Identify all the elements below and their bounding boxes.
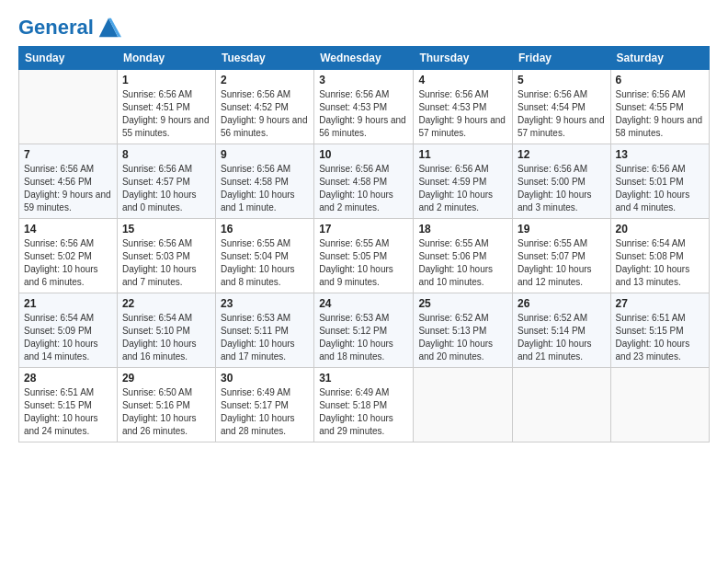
calendar-cell: 23Sunrise: 6:53 AMSunset: 5:11 PMDayligh…: [215, 293, 313, 368]
header: General: [18, 15, 710, 37]
day-number: 29: [122, 372, 210, 385]
day-header-saturday: Saturday: [610, 47, 709, 70]
day-number: 28: [24, 372, 112, 385]
calendar-week-row: 28Sunrise: 6:51 AMSunset: 5:15 PMDayligh…: [19, 368, 710, 442]
calendar-cell: 19Sunrise: 6:55 AMSunset: 5:07 PMDayligh…: [512, 219, 610, 293]
day-number: 21: [24, 297, 112, 310]
day-header-friday: Friday: [512, 47, 610, 70]
calendar-cell: [610, 368, 709, 442]
day-header-thursday: Thursday: [414, 47, 513, 70]
day-info: Sunrise: 6:56 AMSunset: 4:52 PMDaylight:…: [221, 88, 309, 140]
calendar-cell: 5Sunrise: 6:56 AMSunset: 4:54 PMDaylight…: [512, 70, 610, 144]
day-info: Sunrise: 6:56 AMSunset: 4:51 PMDaylight:…: [122, 88, 210, 140]
day-info: Sunrise: 6:54 AMSunset: 5:08 PMDaylight:…: [616, 237, 704, 289]
day-info: Sunrise: 6:56 AMSunset: 5:01 PMDaylight:…: [616, 163, 704, 214]
day-number: 13: [616, 148, 704, 161]
calendar-cell: 28Sunrise: 6:51 AMSunset: 5:15 PMDayligh…: [19, 368, 118, 442]
calendar-cell: 29Sunrise: 6:50 AMSunset: 5:16 PMDayligh…: [117, 368, 215, 442]
day-info: Sunrise: 6:53 AMSunset: 5:11 PMDaylight:…: [221, 312, 309, 363]
calendar-cell: [512, 368, 610, 442]
calendar-cell: 31Sunrise: 6:49 AMSunset: 5:18 PMDayligh…: [314, 368, 414, 442]
logo-icon: [96, 15, 121, 40]
logo: General: [18, 15, 121, 37]
day-info: Sunrise: 6:56 AMSunset: 4:57 PMDaylight:…: [122, 163, 210, 214]
day-info: Sunrise: 6:56 AMSunset: 5:00 PMDaylight:…: [518, 163, 606, 214]
calendar-cell: 21Sunrise: 6:54 AMSunset: 5:09 PMDayligh…: [19, 293, 118, 368]
calendar-cell: 12Sunrise: 6:56 AMSunset: 5:00 PMDayligh…: [512, 144, 610, 219]
day-number: 19: [518, 223, 606, 236]
day-info: Sunrise: 6:56 AMSunset: 5:03 PMDaylight:…: [122, 237, 210, 289]
day-number: 17: [319, 223, 408, 236]
day-number: 15: [122, 223, 210, 236]
day-info: Sunrise: 6:50 AMSunset: 5:16 PMDaylight:…: [122, 386, 210, 438]
day-number: 12: [518, 148, 606, 161]
calendar-table: SundayMondayTuesdayWednesdayThursdayFrid…: [18, 46, 710, 442]
calendar-cell: 18Sunrise: 6:55 AMSunset: 5:06 PMDayligh…: [414, 219, 513, 293]
calendar-cell: 1Sunrise: 6:56 AMSunset: 4:51 PMDaylight…: [117, 70, 215, 144]
calendar-cell: 13Sunrise: 6:56 AMSunset: 5:01 PMDayligh…: [610, 144, 709, 219]
calendar-cell: 14Sunrise: 6:56 AMSunset: 5:02 PMDayligh…: [19, 219, 118, 293]
calendar-cell: 4Sunrise: 6:56 AMSunset: 4:53 PMDaylight…: [414, 70, 513, 144]
day-number: 3: [319, 74, 408, 86]
day-info: Sunrise: 6:51 AMSunset: 5:15 PMDaylight:…: [24, 386, 112, 438]
day-number: 7: [24, 148, 112, 161]
day-number: 10: [319, 148, 408, 161]
day-number: 1: [122, 74, 210, 86]
day-number: 18: [418, 223, 507, 236]
calendar-cell: 3Sunrise: 6:56 AMSunset: 4:53 PMDaylight…: [314, 70, 414, 144]
day-info: Sunrise: 6:56 AMSunset: 4:56 PMDaylight:…: [24, 163, 112, 214]
day-header-tuesday: Tuesday: [215, 47, 313, 70]
calendar-cell: 11Sunrise: 6:56 AMSunset: 4:59 PMDayligh…: [414, 144, 513, 219]
calendar-cell: 27Sunrise: 6:51 AMSunset: 5:15 PMDayligh…: [610, 293, 709, 368]
calendar-week-row: 21Sunrise: 6:54 AMSunset: 5:09 PMDayligh…: [19, 293, 710, 368]
day-info: Sunrise: 6:54 AMSunset: 5:09 PMDaylight:…: [24, 312, 112, 363]
day-number: 24: [319, 297, 408, 310]
day-number: 27: [616, 297, 704, 310]
day-info: Sunrise: 6:56 AMSunset: 4:53 PMDaylight:…: [319, 88, 408, 140]
day-info: Sunrise: 6:56 AMSunset: 4:58 PMDaylight:…: [221, 163, 309, 214]
calendar-cell: 24Sunrise: 6:53 AMSunset: 5:12 PMDayligh…: [314, 293, 414, 368]
day-header-sunday: Sunday: [19, 47, 118, 70]
day-info: Sunrise: 6:53 AMSunset: 5:12 PMDaylight:…: [319, 312, 408, 363]
calendar-week-row: 1Sunrise: 6:56 AMSunset: 4:51 PMDaylight…: [19, 70, 710, 144]
day-info: Sunrise: 6:56 AMSunset: 4:58 PMDaylight:…: [319, 163, 408, 214]
day-number: 9: [221, 148, 309, 161]
day-header-monday: Monday: [117, 47, 215, 70]
day-number: 14: [24, 223, 112, 236]
calendar-page: General SundayMondayTuesdayWednesdayThur…: [0, 0, 728, 563]
calendar-week-row: 7Sunrise: 6:56 AMSunset: 4:56 PMDaylight…: [19, 144, 710, 219]
day-info: Sunrise: 6:55 AMSunset: 5:06 PMDaylight:…: [418, 237, 507, 289]
day-info: Sunrise: 6:52 AMSunset: 5:13 PMDaylight:…: [418, 312, 507, 363]
calendar-cell: 20Sunrise: 6:54 AMSunset: 5:08 PMDayligh…: [610, 219, 709, 293]
day-number: 23: [221, 297, 309, 310]
logo-text: General: [18, 17, 94, 39]
day-info: Sunrise: 6:56 AMSunset: 5:02 PMDaylight:…: [24, 237, 112, 289]
day-info: Sunrise: 6:49 AMSunset: 5:18 PMDaylight:…: [319, 386, 408, 438]
calendar-cell: 17Sunrise: 6:55 AMSunset: 5:05 PMDayligh…: [314, 219, 414, 293]
calendar-cell: 30Sunrise: 6:49 AMSunset: 5:17 PMDayligh…: [215, 368, 313, 442]
calendar-cell: 15Sunrise: 6:56 AMSunset: 5:03 PMDayligh…: [117, 219, 215, 293]
day-info: Sunrise: 6:55 AMSunset: 5:04 PMDaylight:…: [221, 237, 309, 289]
calendar-cell: 9Sunrise: 6:56 AMSunset: 4:58 PMDaylight…: [215, 144, 313, 219]
day-number: 31: [319, 372, 408, 385]
calendar-cell: 16Sunrise: 6:55 AMSunset: 5:04 PMDayligh…: [215, 219, 313, 293]
day-number: 30: [221, 372, 309, 385]
calendar-header-row: SundayMondayTuesdayWednesdayThursdayFrid…: [19, 47, 710, 70]
calendar-cell: 26Sunrise: 6:52 AMSunset: 5:14 PMDayligh…: [512, 293, 610, 368]
calendar-cell: 7Sunrise: 6:56 AMSunset: 4:56 PMDaylight…: [19, 144, 118, 219]
day-info: Sunrise: 6:52 AMSunset: 5:14 PMDaylight:…: [518, 312, 606, 363]
day-header-wednesday: Wednesday: [314, 47, 414, 70]
day-info: Sunrise: 6:56 AMSunset: 4:55 PMDaylight:…: [616, 88, 704, 140]
day-info: Sunrise: 6:56 AMSunset: 4:59 PMDaylight:…: [418, 163, 507, 214]
day-number: 20: [616, 223, 704, 236]
day-info: Sunrise: 6:56 AMSunset: 4:53 PMDaylight:…: [418, 88, 507, 140]
day-number: 2: [221, 74, 309, 86]
calendar-cell: [414, 368, 513, 442]
day-number: 4: [418, 74, 507, 86]
calendar-cell: 10Sunrise: 6:56 AMSunset: 4:58 PMDayligh…: [314, 144, 414, 219]
calendar-week-row: 14Sunrise: 6:56 AMSunset: 5:02 PMDayligh…: [19, 219, 710, 293]
day-info: Sunrise: 6:51 AMSunset: 5:15 PMDaylight:…: [616, 312, 704, 363]
day-number: 5: [518, 74, 606, 86]
day-number: 8: [122, 148, 210, 161]
day-number: 6: [616, 74, 704, 86]
